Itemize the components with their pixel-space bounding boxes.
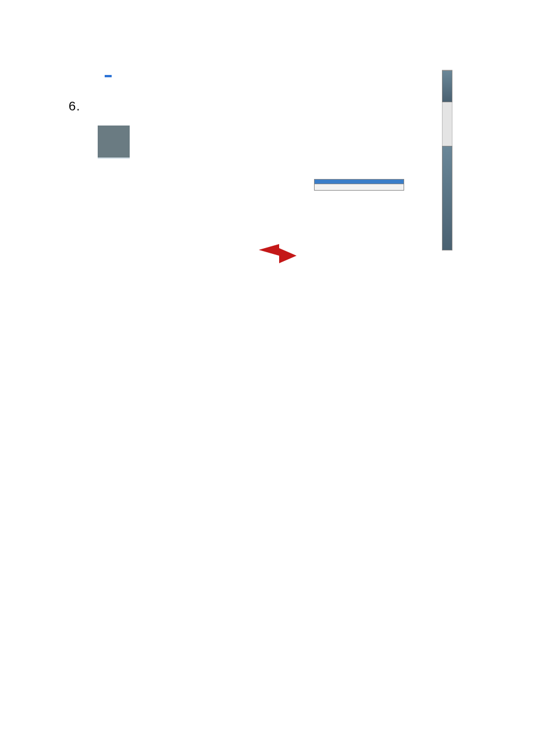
dialog-icon-label (98, 157, 130, 159)
svg-marker-0 (259, 244, 297, 263)
policy-list-panel (0, 70, 535, 80)
step-number: 6. (69, 99, 80, 113)
step-6-instruction: 6. (69, 93, 464, 120)
properties-dialog (98, 126, 447, 212)
dialog-apply-button[interactable] (159, 207, 163, 209)
dialog-row-a (109, 176, 447, 188)
dialog-icon (98, 126, 130, 157)
selected-policy-row[interactable] (105, 75, 112, 77)
scroll-thumb-top[interactable] (442, 70, 452, 102)
arrow-icon (256, 241, 302, 270)
red-arrow-annotation (0, 241, 535, 276)
